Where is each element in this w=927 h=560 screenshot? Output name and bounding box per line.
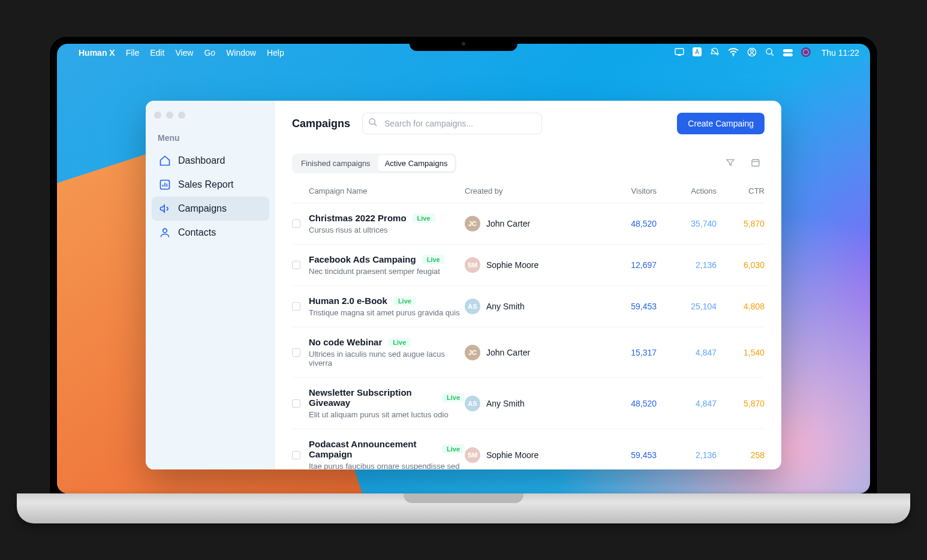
creator-name: Sophie Moore <box>486 260 538 270</box>
window-traffic-lights <box>152 109 269 130</box>
creator-name: John Carter <box>486 348 530 357</box>
tab-active-campaigns[interactable]: Active Campaigns <box>378 155 455 171</box>
status-badge: Live <box>393 296 416 306</box>
menubar-item-view[interactable]: View <box>175 48 193 58</box>
mute-icon[interactable] <box>710 47 720 59</box>
th-actions: Actions <box>657 186 717 195</box>
status-badge: Live <box>413 213 435 223</box>
creator-name: Sophie Moore <box>486 450 538 460</box>
segmented-tabs: Finished campaigns Active Campaigns <box>292 153 456 173</box>
row-checkbox[interactable] <box>292 302 300 311</box>
visitors-value: 59,453 <box>597 302 657 311</box>
svg-point-13 <box>369 119 375 124</box>
menubar-item-window[interactable]: Window <box>226 48 256 58</box>
campaign-title: Facebook Ads Campaing <box>309 254 416 264</box>
campaign-title: No code Webinar <box>309 337 382 347</box>
table-row[interactable]: Newsletter Subscription Giveaway Live El… <box>292 378 765 429</box>
input-source-icon[interactable]: A <box>693 47 702 58</box>
status-badge: Live <box>388 338 411 347</box>
creator-name: John Carter <box>486 219 530 228</box>
campaign-subtitle: Elit ut aliquam purus sit amet luctus od… <box>309 410 465 419</box>
svg-point-3 <box>733 55 734 56</box>
siri-icon[interactable] <box>801 47 811 59</box>
row-checkbox[interactable] <box>292 219 300 228</box>
sidebar-item-label: Contacts <box>178 227 216 238</box>
filter-button[interactable] <box>721 155 739 173</box>
sidebar-section-label: Menu <box>152 130 269 149</box>
row-checkbox[interactable] <box>292 261 300 269</box>
svg-rect-14 <box>752 159 759 166</box>
avatar: AS <box>465 396 480 411</box>
creator-name: Any Smith <box>486 302 525 311</box>
actions-value: 35,740 <box>657 219 717 228</box>
app-window: Menu Dashboard Sales Report <box>146 101 781 469</box>
campaign-subtitle: Ultrices in iaculis nunc sed augue lacus… <box>309 350 465 368</box>
table-row[interactable]: Human 2.0 e-Book Live Tristique magna si… <box>292 286 765 327</box>
avatar: SM <box>465 447 480 463</box>
svg-rect-7 <box>783 49 793 52</box>
wifi-icon[interactable] <box>728 48 739 58</box>
menubar-clock[interactable]: Thu 11:22 <box>821 48 859 58</box>
row-checkbox[interactable] <box>292 451 300 459</box>
svg-point-12 <box>163 228 167 233</box>
row-checkbox[interactable] <box>292 348 300 357</box>
table-row[interactable]: Podacast Announcement Campaign Live Itae… <box>292 429 765 469</box>
traffic-light-close[interactable] <box>154 112 161 119</box>
traffic-light-minimize[interactable] <box>166 112 173 119</box>
search-input[interactable] <box>362 113 542 134</box>
main-header: Campaigns Create Campaing <box>292 113 765 134</box>
tabs-row: Finished campaigns Active Campaigns <box>292 153 765 173</box>
screen-mirroring-icon[interactable] <box>675 48 684 58</box>
avatar: JC <box>465 216 480 231</box>
menubar-item-edit[interactable]: Edit <box>150 48 164 58</box>
th-campaign-name: Campaign Name <box>309 186 465 195</box>
th-created-by: Created by <box>465 186 597 195</box>
sidebar-item-contacts[interactable]: Contacts <box>152 221 269 245</box>
table-body: Christmas 2022 Promo Live Cursus risus a… <box>292 203 765 469</box>
row-checkbox[interactable] <box>292 399 300 408</box>
laptop-notch <box>410 37 517 51</box>
ctr-value: 6,030 <box>717 260 765 270</box>
spotlight-icon[interactable] <box>765 47 775 59</box>
menubar-item-file[interactable]: File <box>126 48 140 58</box>
home-icon <box>159 155 171 167</box>
camera-dot <box>462 42 465 46</box>
calendar-button[interactable] <box>747 155 765 173</box>
campaign-title: Human 2.0 e-Book <box>309 296 387 306</box>
sidebar-item-dashboard[interactable]: Dashboard <box>152 149 269 173</box>
actions-value: 25,104 <box>657 302 717 311</box>
menubar-app-name[interactable]: Human X <box>79 48 115 58</box>
actions-value: 4,847 <box>657 399 717 408</box>
visitors-value: 12,697 <box>597 260 657 270</box>
svg-point-6 <box>766 49 772 54</box>
table-row[interactable]: Facebook Ads Campaing Live Nec tincidunt… <box>292 245 765 286</box>
laptop-frame: Human X File Edit View Go Window Help A <box>50 37 877 523</box>
main-content: Campaigns Create Campaing <box>275 101 781 469</box>
svg-rect-0 <box>675 49 684 55</box>
svg-text:A: A <box>695 49 699 55</box>
traffic-light-zoom[interactable] <box>178 112 185 119</box>
tab-finished-campaigns[interactable]: Finished campaigns <box>294 155 378 171</box>
sidebar-item-label: Dashboard <box>178 155 225 166</box>
campaign-subtitle: Nec tincidunt praesent semper feugiat <box>309 267 465 276</box>
create-campaign-button[interactable]: Create Campaing <box>677 113 765 134</box>
user-icon[interactable] <box>747 47 757 59</box>
table-row[interactable]: No code Webinar Live Ultrices in iaculis… <box>292 327 765 378</box>
control-center-icon[interactable] <box>783 48 793 58</box>
status-badge: Live <box>422 255 445 264</box>
campaign-subtitle: Cursus risus at ultrices <box>309 225 465 234</box>
sidebar-item-sales-report[interactable]: Sales Report <box>152 173 269 197</box>
actions-value: 2,136 <box>657 450 717 460</box>
menubar-item-help[interactable]: Help <box>267 48 284 58</box>
visitors-value: 15,317 <box>597 348 657 357</box>
svg-point-5 <box>751 49 754 52</box>
ctr-value: 5,870 <box>717 399 765 408</box>
avatar: AS <box>465 299 480 314</box>
menubar-item-go[interactable]: Go <box>204 48 215 58</box>
table-header: Campaign Name Created by Visitors Action… <box>292 179 765 203</box>
visitors-value: 48,520 <box>597 399 657 408</box>
sidebar-item-campaigns[interactable]: Campaigns <box>152 197 269 221</box>
filter-icon <box>726 158 735 170</box>
table-row[interactable]: Christmas 2022 Promo Live Cursus risus a… <box>292 203 765 245</box>
visitors-value: 48,520 <box>597 219 657 228</box>
